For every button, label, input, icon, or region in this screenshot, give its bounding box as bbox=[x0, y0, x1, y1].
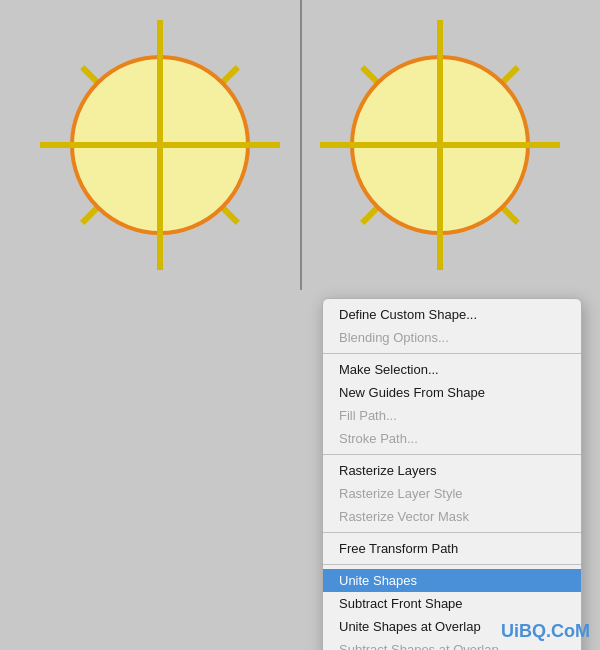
context-menu: Define Custom Shape...Blending Options..… bbox=[322, 298, 582, 650]
canvas-divider bbox=[300, 0, 302, 290]
menu-separator bbox=[323, 564, 581, 565]
menu-item-make-selection[interactable]: Make Selection... bbox=[323, 358, 581, 381]
menu-item-rasterize-layer-style: Rasterize Layer Style bbox=[323, 482, 581, 505]
menu-separator bbox=[323, 353, 581, 354]
menu-item-fill-path: Fill Path... bbox=[323, 404, 581, 427]
menu-separator bbox=[323, 532, 581, 533]
menu-item-unite-shapes[interactable]: Unite Shapes bbox=[323, 569, 581, 592]
right-vertical bbox=[437, 20, 443, 270]
menu-item-free-transform-path[interactable]: Free Transform Path bbox=[323, 537, 581, 560]
menu-separator bbox=[323, 454, 581, 455]
canvas-area bbox=[0, 0, 600, 290]
left-shape-container bbox=[40, 15, 280, 275]
menu-item-rasterize-layers[interactable]: Rasterize Layers bbox=[323, 459, 581, 482]
menu-item-blending-options: Blending Options... bbox=[323, 326, 581, 349]
left-vertical bbox=[157, 20, 163, 270]
menu-item-stroke-path: Stroke Path... bbox=[323, 427, 581, 450]
menu-item-rasterize-vector-mask: Rasterize Vector Mask bbox=[323, 505, 581, 528]
menu-item-new-guides[interactable]: New Guides From Shape bbox=[323, 381, 581, 404]
menu-item-subtract-front-shape[interactable]: Subtract Front Shape bbox=[323, 592, 581, 615]
menu-item-define-custom-shape[interactable]: Define Custom Shape... bbox=[323, 303, 581, 326]
watermark: UiBQ.CoM bbox=[501, 621, 590, 642]
right-shape-container bbox=[320, 15, 560, 275]
